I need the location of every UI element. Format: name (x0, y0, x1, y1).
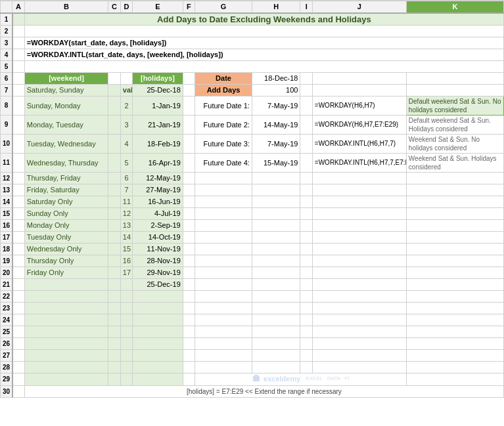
cell-C8 (108, 96, 120, 115)
cell-A1 (12, 13, 24, 26)
cell-B2 (24, 25, 503, 37)
cell-A11 (12, 153, 24, 172)
cell-A10 (12, 134, 24, 153)
cell-E9-holiday: 21-Jan-19 (133, 115, 183, 134)
row-26: 26 (1, 337, 504, 349)
row-20: 20 Friday Only 17 29-Nov-19 (1, 266, 504, 278)
row-24: 24 (1, 314, 504, 326)
cell-J10-fd3-formula: =WORKDAY.INTL(H6,H7,7) (312, 134, 406, 153)
row-23: 23 (1, 302, 504, 314)
cell-K6 (406, 72, 503, 84)
cell-G9-fd2-label: Future Date 2: (195, 115, 252, 134)
row-8: 8 Sunday, Monday 2 1-Jan-19 Future Date … (1, 96, 504, 115)
cell-B8: Sunday, Monday (24, 96, 108, 115)
row-header-7: 7 (1, 84, 12, 96)
cell-B11: Wednesday, Thursday (24, 153, 108, 172)
row-1: 1 Add Days to Date Excluding Weekends an… (1, 13, 504, 26)
col-header-F: F (183, 1, 195, 13)
row-13: 13 Friday, Saturday 7 27-May-19 (1, 184, 504, 196)
svg-rect-0 (253, 376, 260, 381)
col-header-A: A (12, 1, 24, 13)
cell-H6-date-value: 18-Dec-18 (252, 72, 300, 84)
cell-F7 (183, 84, 195, 96)
row-3: 3 =WORKDAY(start_date, days, [holidays]) (1, 37, 504, 49)
row-29: 29 exceldemy EXCEL · DATA · PI (1, 373, 504, 385)
svg-rect-1 (254, 375, 258, 377)
cell-A5 (12, 60, 24, 72)
cell-K9-fd2-note: Default weekend Sat & Sun. Holidays cons… (406, 115, 503, 134)
cell-K10-fd3-note: Weekend Sat & Sun. No holidays considere… (406, 134, 503, 153)
corner-header (1, 1, 12, 13)
cell-C7 (108, 84, 120, 96)
cell-I6 (300, 72, 312, 84)
cell-E6-holidays-header: [holidays] (133, 72, 183, 84)
cell-B9: Monday, Tuesday (24, 115, 108, 134)
cell-H9-fd2-value: 14-May-19 (252, 115, 300, 134)
spreadsheet-table: A B C D E F G H I J K 1 Add (0, 1, 504, 398)
row-12: 12 Thursday, Friday 6 12-May-19 (1, 172, 504, 184)
cell-E11-holiday: 16-Apr-19 (133, 153, 183, 172)
footer-note: [holidays] = E7:E29 << Extend the range … (24, 385, 503, 397)
cell-D11: 5 (120, 153, 132, 172)
cell-K7 (406, 84, 503, 96)
cell-A6 (12, 72, 24, 84)
cell-J7 (312, 84, 406, 96)
cell-I8 (300, 96, 312, 115)
cell-formula2: =WORKDAY.INTL(start_date, days, [weekend… (24, 49, 503, 60)
cell-C9 (108, 115, 120, 134)
row-27: 27 (1, 349, 504, 361)
cell-J8-fd1-formula: =WORKDAY(H6,H7) (312, 96, 406, 115)
cell-D10: 4 (120, 134, 132, 153)
cell-B7: Saturday, Sunday (24, 84, 108, 96)
row-11: 11 Wednesday, Thursday 5 16-Apr-19 Futur… (1, 153, 504, 172)
cell-B10: Tuesday, Wednesday (24, 134, 108, 153)
row-15: 15 Sunday Only 12 4-Jul-19 (1, 207, 504, 219)
row-19: 19 Thursday Only 16 28-Nov-19 (1, 255, 504, 266)
cell-F10 (183, 134, 195, 153)
row-14: 14 Saturday Only 11 16-Jun-19 (1, 196, 504, 207)
row-header-1: 1 (1, 13, 12, 26)
cell-D6 (120, 72, 132, 84)
row-16: 16 Monday Only 13 2-Sep-19 (1, 219, 504, 231)
cell-title: Add Days to Date Excluding Weekends and … (24, 13, 503, 26)
row-header-11: 11 (1, 153, 12, 172)
cell-F9 (183, 115, 195, 134)
row-header-2: 2 (1, 25, 12, 37)
cell-G10-fd3-label: Future Date 3: (195, 134, 252, 153)
cell-E10-holiday: 18-Feb-19 (133, 134, 183, 153)
row-21: 21 25-Dec-19 (1, 278, 504, 290)
col-header-D: D (120, 1, 132, 13)
cell-J9-fd2-formula: =WORKDAY(H6,H7,E7:E29) (312, 115, 406, 134)
cell-A9 (12, 115, 24, 134)
col-header-I: I (300, 1, 312, 13)
col-header-C: C (108, 1, 120, 13)
cell-E8-holiday: 1-Jan-19 (133, 96, 183, 115)
row-6: 6 [weekend] [holidays] Date 18-Dec-18 (1, 72, 504, 84)
cell-I11 (300, 153, 312, 172)
cell-G6-date-label: Date (195, 72, 252, 84)
row-5: 5 (1, 60, 504, 72)
cell-H7-adddays-value: 100 (252, 84, 300, 96)
main-grid: A B C D E F G H I J K 1 Add (0, 1, 504, 426)
cell-I9 (300, 115, 312, 134)
row-header-3: 3 (1, 37, 12, 49)
cell-H11-fd4-value: 15-May-19 (252, 153, 300, 172)
cell-A2 (12, 25, 24, 37)
cell-C6 (108, 72, 120, 84)
cell-C10 (108, 134, 120, 153)
row-4: 4 =WORKDAY.INTL(start_date, days, [weeke… (1, 49, 504, 60)
row-18: 18 Wednesday Only 15 11-Nov-19 (1, 243, 504, 255)
cell-D7-value: value (120, 84, 132, 96)
cell-F11 (183, 153, 195, 172)
row-header-4: 4 (1, 49, 12, 60)
row-9: 9 Monday, Tuesday 3 21-Jan-19 Future Dat… (1, 115, 504, 134)
row-10: 10 Tuesday, Wednesday 4 18-Feb-19 Future… (1, 134, 504, 153)
row-25: 25 (1, 326, 504, 337)
cell-K11-fd4-note: Weekend Sat & Sun. Holidays considered (406, 153, 503, 172)
cell-A8 (12, 96, 24, 115)
cell-formula1: =WORKDAY(start_date, days, [holidays]) (24, 37, 503, 49)
cell-A4 (12, 49, 24, 60)
cell-I7 (300, 84, 312, 96)
cell-J6 (312, 72, 406, 84)
row-22: 22 (1, 290, 504, 302)
